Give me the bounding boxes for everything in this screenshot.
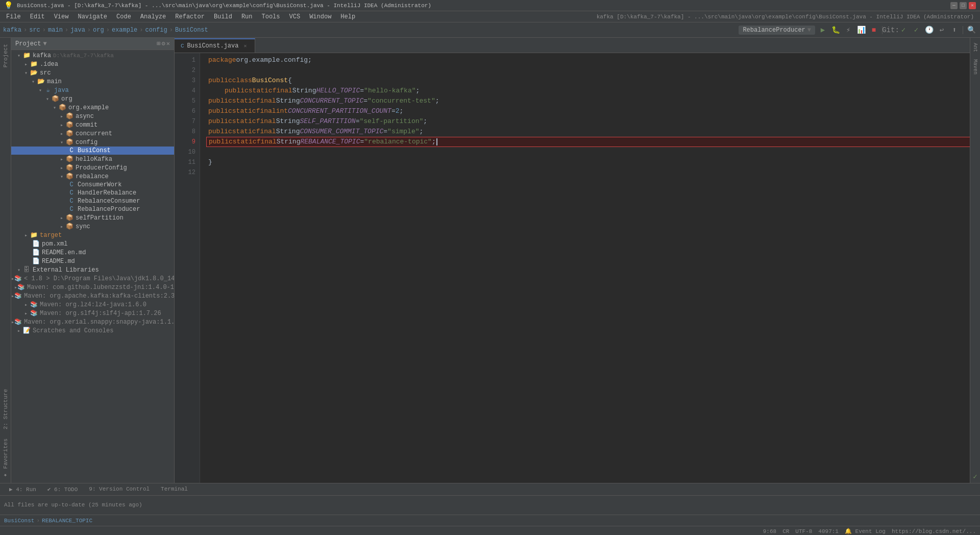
tree-item-config[interactable]: ▾ 📦 config (11, 138, 174, 147)
tree-item-main[interactable]: ▾ 📂 main (11, 77, 174, 86)
tree-item-scratches[interactable]: ▸ 📝 Scratches and Consoles (11, 326, 174, 335)
tree-item-pomxml[interactable]: 📄 pom.xml (11, 239, 174, 248)
tree-item-maven5[interactable]: ▸ 📚 Maven: org.xerial.snappy:snappy-java… (11, 318, 174, 326)
menu-vcs[interactable]: VCS (285, 12, 305, 21)
tree-item-readme-en[interactable]: 📄 README.en.md (11, 248, 174, 257)
vcs-push-button[interactable]: ⬆ (949, 25, 960, 36)
breadcrumb-kafka[interactable]: kafka (3, 27, 21, 34)
status-position[interactable]: 9:68 (763, 528, 776, 534)
run-button[interactable]: ▶ (817, 25, 828, 36)
tree-item-selfpartition[interactable]: ▸ 📦 selfPartition (11, 213, 174, 222)
tree-item-commit[interactable]: ▸ 📦 commit (11, 120, 174, 129)
bottom-tab-vcs[interactable]: 9: Version Control (84, 485, 155, 493)
menu-navigate[interactable]: Navigate (74, 12, 111, 21)
tree-label-busiconst: BusiConst (78, 147, 111, 154)
project-settings-btn[interactable]: ⚙ (162, 40, 165, 47)
vcs-history-button[interactable]: 🕐 (923, 25, 935, 36)
tree-item-maven2[interactable]: ▸ 📚 Maven: org.apache.kafka:kafka-client… (11, 291, 174, 300)
breadcrumb-main[interactable]: main (48, 27, 63, 34)
run-with-coverage-button[interactable]: ⚡ (843, 25, 854, 36)
bottom-tab-run[interactable]: ▶ 4: Run (4, 485, 41, 494)
menu-window[interactable]: Window (305, 12, 335, 21)
tree-item-src[interactable]: ▾ 📂 src (11, 68, 174, 77)
maximize-button[interactable]: □ (960, 2, 967, 9)
tree-item-maven3[interactable]: ▸ 📚 Maven: org.lz4:lz4-java:1.6.0 (11, 300, 174, 309)
tree-item-target[interactable]: ▸ 📁 target (11, 231, 174, 239)
tree-item-maven1[interactable]: ▸ 📚 Maven: com.github.lubenzzstd-jni:1.4… (11, 283, 174, 291)
tree-item-concurrent[interactable]: ▸ 📦 concurrent (11, 129, 174, 138)
menu-analyze[interactable]: Analyze (136, 12, 170, 21)
tree-item-sync[interactable]: ▸ 📦 sync (11, 222, 174, 231)
breadcrumb-src[interactable]: src (29, 27, 40, 34)
bc-busiconst[interactable]: BusiConst (4, 518, 34, 524)
menu-run[interactable]: Run (237, 12, 257, 21)
tree-item-idea[interactable]: ▸ 📁 .idea (11, 60, 174, 68)
tree-item-handlerrebalance[interactable]: C HandlerRebalance (11, 189, 174, 197)
tree-item-org[interactable]: ▾ 📦 org (11, 94, 174, 103)
tree-icon-rebalanceproducer: C (67, 206, 76, 213)
project-collapse-btn[interactable]: ⊞ (157, 40, 160, 47)
left-tab-favorites[interactable]: ★ Favorites (1, 434, 10, 483)
tree-item-jdk18[interactable]: ▸ 📚 < 1.8 > D:\Program Files\Java\jdk1.8… (11, 274, 174, 283)
menu-tools[interactable]: Tools (258, 12, 284, 21)
vcs-button[interactable]: Git: (885, 25, 896, 36)
code-content[interactable]: package org.example.config; public class… (200, 53, 970, 483)
tree-item-maven4[interactable]: ▸ 📚 Maven: org.slf4j:slf4j-api:1.7.26 (11, 309, 174, 318)
search-everywhere-button[interactable]: 🔍 (966, 25, 977, 36)
tree-arrow-maven4: ▸ (22, 310, 30, 317)
left-tab-structure[interactable]: 2: Structure (2, 385, 10, 433)
menu-help[interactable]: Help (336, 12, 359, 21)
tree-item-external-libraries[interactable]: ▾ 🗄 External Libraries (11, 265, 174, 274)
close-button[interactable]: ✕ (969, 2, 976, 9)
vcs-commit-button[interactable]: ✓ (911, 25, 922, 36)
tree-item-readme[interactable]: 📄 README.md (11, 257, 174, 265)
tree-item-consumerwork[interactable]: C ConsumerWork (11, 181, 174, 189)
breadcrumb-java[interactable]: java (70, 27, 85, 34)
tree-arrow-producerconfig: ▸ (58, 165, 65, 171)
menu-view[interactable]: View (50, 12, 73, 21)
tree-item-java[interactable]: ▾ ☕ java (11, 86, 174, 94)
tree-item-busiconst[interactable]: C BusiConst (11, 147, 174, 155)
tab-busiconst[interactable]: C BusiConst.java ✕ (175, 38, 255, 53)
menu-edit[interactable]: Edit (26, 12, 49, 21)
status-indent[interactable]: 4097:1 (818, 528, 839, 534)
tree-item-rebalanceproducer[interactable]: C RebalanceProducer (11, 205, 174, 213)
tree-item-async[interactable]: ▸ 📦 async (11, 112, 174, 120)
tree-icon-readme: 📄 (32, 257, 40, 265)
vcs-rollback-button[interactable]: ↩ (936, 25, 947, 36)
menu-code[interactable]: Code (112, 12, 135, 21)
code-line-10 (208, 147, 970, 157)
status-encoding[interactable]: CR (782, 528, 789, 534)
breadcrumb-config[interactable]: config (145, 27, 167, 34)
bottom-tab-terminal[interactable]: Terminal (156, 485, 193, 493)
menu-refactor[interactable]: Refactor (171, 12, 209, 21)
tree-item-hellokafka[interactable]: ▸ 📦 helloKafka (11, 155, 174, 163)
tree-item-kafka[interactable]: ▾ 📁 kafka D:\kafka_7-7\kafka (11, 51, 174, 60)
debug-button[interactable]: 🐛 (830, 25, 841, 36)
breadcrumb-org[interactable]: org (93, 27, 104, 34)
menu-build[interactable]: Build (210, 12, 236, 21)
project-dropdown-arrow[interactable]: ▼ (43, 40, 46, 47)
tab-close-busiconst[interactable]: ✕ (241, 42, 249, 50)
project-close-btn[interactable]: ✕ (166, 40, 170, 47)
tree-item-org-example[interactable]: ▾ 📦 org.example (11, 103, 174, 112)
right-tab-maven[interactable]: Maven (971, 56, 979, 78)
right-tab-ant[interactable]: Ant (971, 40, 979, 55)
status-event-log[interactable]: 🔔 Event Log (845, 528, 886, 534)
bottom-tab-todo[interactable]: ✔ 6: TODO (42, 485, 83, 494)
stop-button[interactable]: ■ (868, 25, 879, 36)
tree-icon-jdk18: 📚 (14, 275, 22, 282)
left-tab-project[interactable]: Project (2, 40, 10, 71)
minimize-button[interactable]: — (950, 2, 958, 9)
tree-item-producerconfig[interactable]: ▸ 📦 ProducerConfig (11, 163, 174, 172)
profile-button[interactable]: 📊 (855, 25, 867, 36)
tree-icon-org-example: 📦 (58, 104, 66, 111)
run-config-selector[interactable]: RebalanceProducer ▼ (739, 26, 815, 35)
breadcrumb-example[interactable]: example (112, 27, 137, 34)
tree-item-rebalanceconsumer[interactable]: C RebalanceConsumer (11, 197, 174, 205)
tree-item-rebalance[interactable]: ▾ 📦 rebalance (11, 172, 174, 181)
bc-rebalance-topic[interactable]: REBALANCE_TOPIC (42, 518, 92, 524)
vcs-update-button[interactable]: ✓ (898, 25, 909, 36)
breadcrumb-busiconst[interactable]: BusiConst (175, 27, 208, 34)
menu-file[interactable]: File (2, 12, 25, 21)
